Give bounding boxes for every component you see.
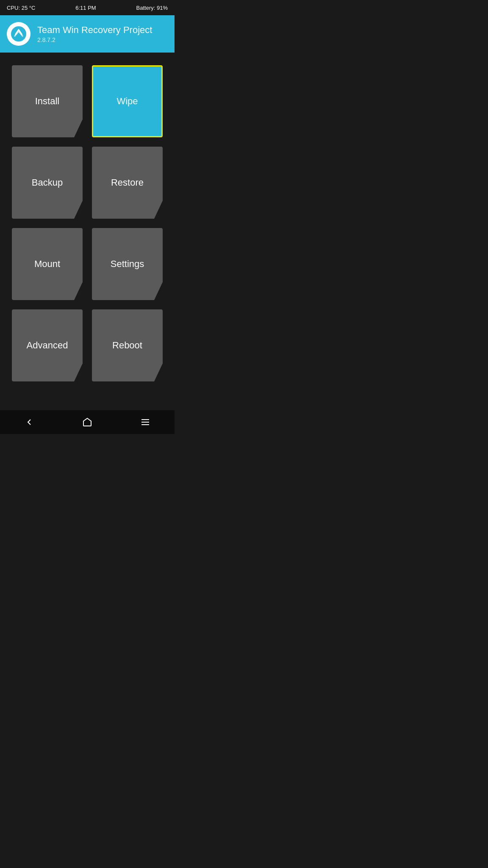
app-version: 2.8.7.2	[37, 36, 152, 43]
home-nav-button[interactable]	[75, 414, 100, 431]
main-grid: Install Wipe Backup Restore Mount Settin…	[0, 53, 175, 394]
settings-button[interactable]: Settings	[92, 228, 163, 300]
wipe-button[interactable]: Wipe	[92, 65, 163, 137]
time-status: 6:11 PM	[75, 5, 96, 11]
app-logo	[7, 22, 30, 46]
install-button[interactable]: Install	[12, 65, 83, 137]
header-text: Team Win Recovery Project 2.8.7.2	[37, 25, 152, 43]
menu-icon	[140, 417, 150, 427]
home-icon	[82, 417, 92, 427]
advanced-button[interactable]: Advanced	[12, 309, 83, 381]
nav-bar	[0, 410, 175, 434]
restore-button[interactable]: Restore	[92, 147, 163, 219]
menu-nav-button[interactable]	[133, 414, 158, 431]
mount-button[interactable]: Mount	[12, 228, 83, 300]
back-icon	[24, 417, 34, 427]
status-bar: CPU: 25 °C 6:11 PM Battery: 91%	[0, 0, 175, 15]
app-title: Team Win Recovery Project	[37, 25, 152, 36]
backup-button[interactable]: Backup	[12, 147, 83, 219]
reboot-button[interactable]: Reboot	[92, 309, 163, 381]
svg-point-0	[11, 26, 26, 42]
battery-status: Battery: 91%	[136, 5, 168, 11]
back-nav-button[interactable]	[17, 414, 42, 431]
app-header: Team Win Recovery Project 2.8.7.2	[0, 15, 175, 53]
cpu-status: CPU: 25 °C	[7, 5, 35, 11]
